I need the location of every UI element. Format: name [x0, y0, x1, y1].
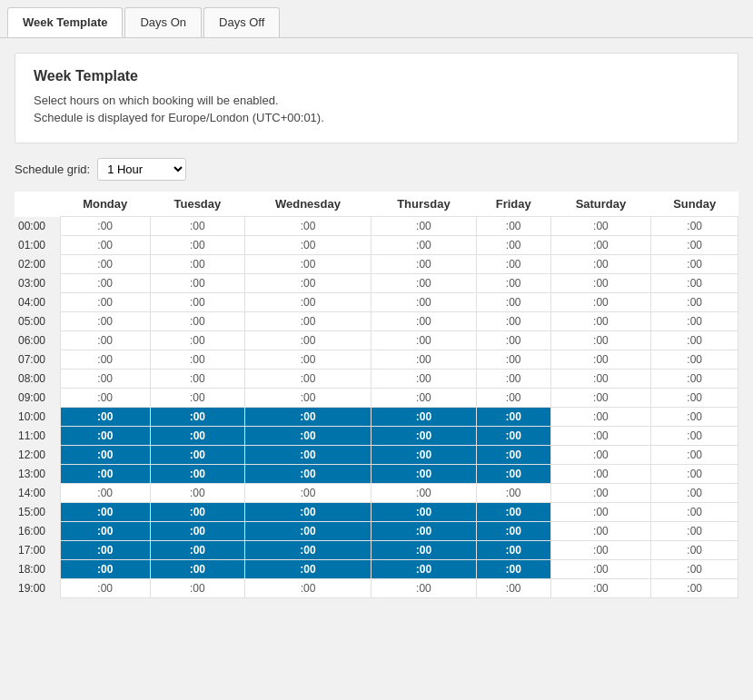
slot-05:00-thursday[interactable]: :00 [372, 312, 477, 331]
slot-16:00-monday[interactable]: :00 [60, 522, 150, 541]
slot-03:00-saturday[interactable]: :00 [550, 274, 651, 293]
slot-09:00-tuesday[interactable]: :00 [150, 389, 244, 408]
slot-14:00-monday[interactable]: :00 [60, 484, 150, 503]
slot-04:00-friday[interactable]: :00 [476, 293, 550, 312]
slot-13:00-friday[interactable]: :00 [476, 465, 550, 484]
slot-18:00-saturday[interactable]: :00 [550, 560, 651, 579]
slot-12:00-friday[interactable]: :00 [476, 446, 550, 465]
slot-05:00-wednesday[interactable]: :00 [244, 312, 371, 331]
slot-19:00-sunday[interactable]: :00 [651, 579, 738, 598]
slot-05:00-tuesday[interactable]: :00 [150, 312, 244, 331]
slot-15:00-saturday[interactable]: :00 [550, 503, 651, 522]
slot-12:00-wednesday[interactable]: :00 [244, 446, 371, 465]
slot-08:00-thursday[interactable]: :00 [372, 370, 477, 389]
slot-11:00-friday[interactable]: :00 [476, 427, 550, 446]
slot-14:00-thursday[interactable]: :00 [372, 484, 477, 503]
slot-04:00-tuesday[interactable]: :00 [150, 293, 244, 312]
slot-00:00-tuesday[interactable]: :00 [150, 217, 244, 236]
slot-02:00-friday[interactable]: :00 [476, 255, 550, 274]
slot-09:00-friday[interactable]: :00 [476, 389, 550, 408]
slot-17:00-saturday[interactable]: :00 [550, 541, 651, 560]
slot-02:00-sunday[interactable]: :00 [651, 255, 738, 274]
slot-18:00-monday[interactable]: :00 [60, 560, 150, 579]
slot-10:00-wednesday[interactable]: :00 [244, 408, 371, 427]
slot-10:00-friday[interactable]: :00 [476, 408, 550, 427]
slot-14:00-sunday[interactable]: :00 [651, 484, 738, 503]
slot-11:00-tuesday[interactable]: :00 [150, 427, 244, 446]
slot-14:00-wednesday[interactable]: :00 [244, 484, 371, 503]
slot-11:00-sunday[interactable]: :00 [651, 427, 738, 446]
slot-13:00-monday[interactable]: :00 [60, 465, 150, 484]
slot-06:00-friday[interactable]: :00 [476, 331, 550, 350]
slot-03:00-sunday[interactable]: :00 [651, 274, 738, 293]
slot-03:00-tuesday[interactable]: :00 [150, 274, 244, 293]
slot-02:00-tuesday[interactable]: :00 [150, 255, 244, 274]
slot-12:00-thursday[interactable]: :00 [372, 446, 477, 465]
slot-01:00-thursday[interactable]: :00 [372, 236, 477, 255]
slot-02:00-saturday[interactable]: :00 [550, 255, 651, 274]
slot-15:00-tuesday[interactable]: :00 [150, 503, 244, 522]
slot-01:00-sunday[interactable]: :00 [651, 236, 738, 255]
slot-17:00-monday[interactable]: :00 [60, 541, 150, 560]
slot-17:00-sunday[interactable]: :00 [651, 541, 738, 560]
slot-00:00-monday[interactable]: :00 [60, 217, 150, 236]
slot-16:00-friday[interactable]: :00 [476, 522, 550, 541]
slot-17:00-wednesday[interactable]: :00 [244, 541, 371, 560]
slot-06:00-thursday[interactable]: :00 [372, 331, 477, 350]
slot-01:00-tuesday[interactable]: :00 [150, 236, 244, 255]
slot-17:00-friday[interactable]: :00 [476, 541, 550, 560]
slot-18:00-sunday[interactable]: :00 [651, 560, 738, 579]
slot-04:00-wednesday[interactable]: :00 [244, 293, 371, 312]
tab-week-template[interactable]: Week Template [7, 7, 123, 37]
slot-09:00-saturday[interactable]: :00 [550, 389, 651, 408]
slot-19:00-thursday[interactable]: :00 [372, 579, 477, 598]
slot-13:00-tuesday[interactable]: :00 [150, 465, 244, 484]
slot-00:00-sunday[interactable]: :00 [651, 217, 738, 236]
slot-07:00-tuesday[interactable]: :00 [150, 350, 244, 370]
slot-00:00-saturday[interactable]: :00 [550, 217, 651, 236]
slot-19:00-wednesday[interactable]: :00 [244, 579, 371, 598]
slot-03:00-thursday[interactable]: :00 [372, 274, 477, 293]
slot-07:00-monday[interactable]: :00 [60, 350, 150, 370]
slot-01:00-monday[interactable]: :00 [60, 236, 150, 255]
slot-05:00-saturday[interactable]: :00 [550, 312, 651, 331]
slot-02:00-wednesday[interactable]: :00 [244, 255, 371, 274]
slot-08:00-friday[interactable]: :00 [476, 370, 550, 389]
slot-18:00-thursday[interactable]: :00 [372, 560, 477, 579]
slot-07:00-wednesday[interactable]: :00 [244, 350, 371, 370]
slot-08:00-tuesday[interactable]: :00 [150, 370, 244, 389]
slot-15:00-monday[interactable]: :00 [60, 503, 150, 522]
slot-11:00-monday[interactable]: :00 [60, 427, 150, 446]
slot-13:00-saturday[interactable]: :00 [550, 465, 651, 484]
slot-18:00-tuesday[interactable]: :00 [150, 560, 244, 579]
slot-16:00-tuesday[interactable]: :00 [150, 522, 244, 541]
slot-03:00-monday[interactable]: :00 [60, 274, 150, 293]
slot-06:00-tuesday[interactable]: :00 [150, 331, 244, 350]
slot-13:00-sunday[interactable]: :00 [651, 465, 738, 484]
slot-00:00-friday[interactable]: :00 [476, 217, 550, 236]
slot-16:00-wednesday[interactable]: :00 [244, 522, 371, 541]
slot-10:00-saturday[interactable]: :00 [550, 408, 651, 427]
slot-06:00-wednesday[interactable]: :00 [244, 331, 371, 350]
slot-08:00-monday[interactable]: :00 [60, 370, 150, 389]
tab-days-on[interactable]: Days On [124, 7, 202, 37]
slot-08:00-saturday[interactable]: :00 [550, 370, 651, 389]
slot-18:00-wednesday[interactable]: :00 [244, 560, 371, 579]
tab-days-off[interactable]: Days Off [203, 7, 280, 37]
slot-01:00-wednesday[interactable]: :00 [244, 236, 371, 255]
slot-13:00-thursday[interactable]: :00 [372, 465, 477, 484]
slot-10:00-thursday[interactable]: :00 [372, 408, 477, 427]
slot-01:00-saturday[interactable]: :00 [550, 236, 651, 255]
slot-06:00-saturday[interactable]: :00 [550, 331, 651, 350]
slot-09:00-monday[interactable]: :00 [60, 389, 150, 408]
slot-17:00-tuesday[interactable]: :00 [150, 541, 244, 560]
slot-02:00-monday[interactable]: :00 [60, 255, 150, 274]
slot-19:00-tuesday[interactable]: :00 [150, 579, 244, 598]
slot-10:00-monday[interactable]: :00 [60, 408, 150, 427]
slot-14:00-saturday[interactable]: :00 [550, 484, 651, 503]
slot-19:00-friday[interactable]: :00 [476, 579, 550, 598]
slot-14:00-tuesday[interactable]: :00 [150, 484, 244, 503]
slot-08:00-sunday[interactable]: :00 [651, 370, 738, 389]
slot-18:00-friday[interactable]: :00 [476, 560, 550, 579]
slot-12:00-monday[interactable]: :00 [60, 446, 150, 465]
